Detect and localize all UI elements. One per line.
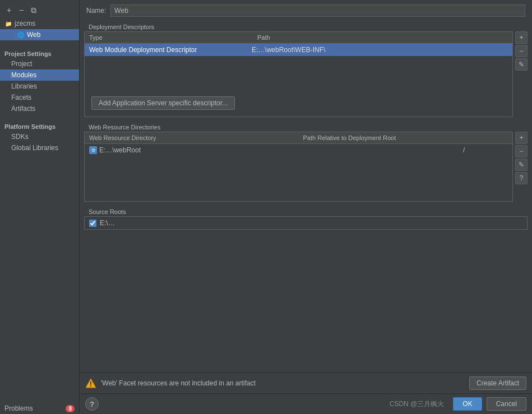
name-row: Name: — [80, 0, 532, 21]
ok-button[interactable]: OK — [453, 397, 482, 411]
warning-text: 'Web' Facet resources are not included i… — [101, 379, 465, 387]
sdks-label: SDKs — [11, 133, 29, 141]
name-input[interactable] — [110, 4, 525, 17]
source-root-row: E:\… — [85, 217, 527, 229]
deployment-side-actions: + − ✎ — [513, 31, 528, 117]
resource-row-0[interactable]: ⚙ E:…\webRoot / — [85, 144, 512, 156]
folder-icon: 📁 — [4, 20, 12, 27]
sidebar-item-libraries[interactable]: Libraries — [0, 81, 79, 92]
sidebar-item-project[interactable]: Project — [0, 58, 79, 69]
row-type: Web Module Deployment Descriptor — [89, 46, 252, 54]
rel-path-column-header: Path Relative to Deployment Root — [299, 132, 513, 143]
source-root-checkbox[interactable] — [89, 220, 96, 227]
name-label: Name: — [86, 7, 106, 15]
help-resource-button[interactable]: ? — [515, 172, 528, 184]
remove-descriptor-button[interactable]: − — [515, 45, 528, 57]
remove-module-button[interactable]: − — [16, 4, 27, 16]
dir-column-header: Web Resource Directory — [85, 132, 299, 143]
add-descriptor-plus-button[interactable]: + — [515, 31, 528, 44]
row-path: E:…\webRoot\WEB-INF\ — [252, 46, 508, 54]
warning-bar: ! 'Web' Facet resources are not included… — [80, 373, 532, 393]
watermark: CSDN @三月枫火 — [390, 399, 445, 409]
dialog-buttons-bar: ? CSDN @三月枫火 OK Cancel — [80, 393, 532, 414]
source-root-path: E:\… — [100, 219, 115, 227]
path-column-header: Path — [253, 32, 512, 43]
libraries-label: Libraries — [11, 82, 37, 90]
add-module-button[interactable]: + — [3, 4, 15, 16]
platform-settings-label: Platform Settings — [0, 120, 79, 131]
sidebar-item-global-libraries[interactable]: Global Libraries — [0, 142, 79, 153]
web-resource-table-header: Web Resource Directory Path Relative to … — [85, 132, 512, 144]
web-resource-section: Web Resource Directory Path Relative to … — [84, 132, 528, 202]
source-roots-label: Source Roots — [89, 208, 523, 215]
add-resource-button[interactable]: + — [515, 132, 528, 144]
cancel-button[interactable]: Cancel — [487, 397, 526, 411]
sidebar-item-problems[interactable]: Problems 8 — [0, 403, 79, 414]
web-icon: 🌐 — [17, 31, 25, 39]
web-resource-table: Web Resource Directory Path Relative to … — [84, 132, 513, 202]
warning-icon: ! — [85, 378, 96, 389]
sidebar-item-sdks[interactable]: SDKs — [0, 131, 79, 142]
deployment-descriptors-table: Type Path Web Module Deployment Descript… — [84, 31, 513, 117]
project-label: Project — [11, 60, 32, 68]
artifacts-label: Artifacts — [11, 105, 35, 113]
global-libraries-label: Global Libraries — [11, 144, 58, 152]
sidebar-toolbar: + − ⧉ — [0, 2, 79, 18]
svg-text:!: ! — [90, 380, 92, 388]
deployment-row-0[interactable]: Web Module Deployment Descriptor E:…\web… — [85, 44, 512, 56]
problems-badge: 8 — [66, 405, 75, 412]
jzecms-label: jzecms — [15, 20, 35, 27]
problems-label: Problems — [4, 404, 33, 412]
resource-dir-value: E:…\webRoot — [99, 146, 463, 154]
facets-label: Facets — [11, 94, 31, 101]
edit-resource-button[interactable]: ✎ — [515, 159, 528, 171]
deployment-descriptors-label: Deployment Descriptors — [89, 24, 523, 30]
type-column-header: Type — [85, 32, 253, 43]
deployment-table-header: Type Path — [85, 32, 512, 44]
sidebar-item-artifacts[interactable]: Artifacts — [0, 103, 79, 114]
dialog-right-buttons: OK Cancel — [453, 397, 526, 411]
dialog: + − ⧉ 📁 jzecms 🌐 Web Project Settings Pr… — [0, 0, 532, 414]
sidebar-item-jzecms[interactable]: 📁 jzecms — [0, 18, 79, 29]
edit-descriptor-button[interactable]: ✎ — [515, 58, 528, 71]
resource-folder-icon: ⚙ — [89, 146, 97, 154]
deployment-descriptors-section: Type Path Web Module Deployment Descript… — [84, 31, 528, 117]
web-label: Web — [27, 31, 40, 39]
create-artifact-button[interactable]: Create Artifact — [469, 376, 526, 390]
help-button[interactable]: ? — [85, 397, 99, 411]
resource-rel-path-value: / — [463, 146, 508, 154]
sidebar-item-modules[interactable]: Modules — [0, 69, 79, 81]
web-resource-dirs-label: Web Resource Directories — [89, 124, 523, 131]
remove-resource-button[interactable]: − — [515, 145, 528, 157]
resource-side-actions: + − ✎ ? — [513, 132, 528, 202]
add-descriptor-button[interactable]: Add Application Server specific descript… — [91, 96, 235, 110]
sidebar-item-web[interactable]: 🌐 Web — [0, 29, 79, 40]
copy-module-button[interactable]: ⧉ — [28, 4, 39, 16]
modules-label: Modules — [11, 71, 36, 79]
sidebar: + − ⧉ 📁 jzecms 🌐 Web Project Settings Pr… — [0, 0, 80, 414]
project-settings-label: Project Settings — [0, 47, 79, 58]
main-content: Name: Deployment Descriptors Type Path W… — [80, 0, 532, 414]
sidebar-item-facets[interactable]: Facets — [0, 92, 79, 103]
